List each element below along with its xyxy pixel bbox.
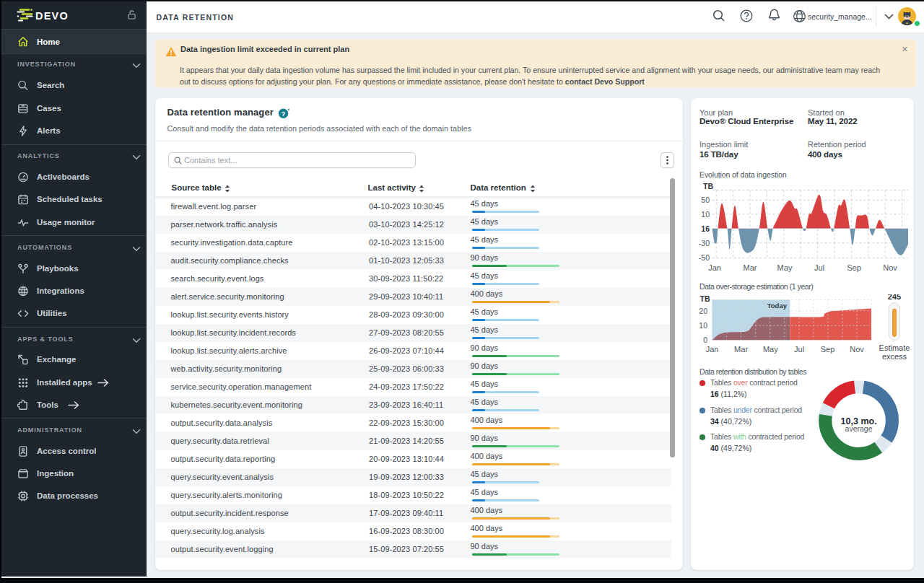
- svg-text:average: average: [845, 424, 873, 433]
- svg-text:?: ?: [282, 109, 286, 117]
